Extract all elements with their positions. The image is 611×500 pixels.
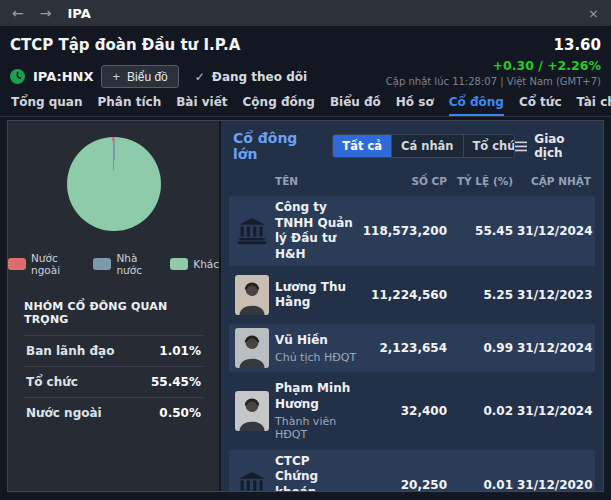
pie-legend: Nước ngoàiNhà nướcKhác	[8, 252, 219, 276]
tab-phan-tich[interactable]: Phân tích	[98, 89, 162, 116]
group-label: Tổ chức	[26, 375, 78, 389]
bank-icon	[236, 215, 268, 247]
shareholder-name: CTCP Chứng khoán VNDIRECT	[275, 454, 359, 491]
shareholder-name: Vũ Hiền	[275, 333, 359, 349]
legend-swatch	[8, 258, 26, 270]
legend-swatch	[93, 258, 111, 270]
tab-bar: Tổng quanPhân tíchBài viếtCộng đồngBiểu …	[0, 89, 611, 117]
updated-value: 31/12/2023	[517, 288, 595, 302]
legend-swatch	[170, 258, 188, 270]
window-titlebar: ← → IPA ×	[0, 0, 611, 27]
shareholder-row[interactable]: Phạm Minh HươngThành viên HĐQT32,4000.02…	[229, 377, 595, 444]
shareholder-row[interactable]: Vũ HiềnChủ tịch HĐQT2,123,6540.9931/12/2…	[229, 324, 595, 372]
shares-value: 118,573,200	[359, 224, 451, 238]
panel-title: Cổ đông lớn	[233, 130, 318, 162]
updated-value: 31/12/2024	[517, 341, 595, 355]
group-row: Ban lãnh đạo1.01%	[24, 335, 203, 366]
ratio-value: 5.25	[451, 288, 517, 302]
group-section-title: NHÓM CỔ ĐÔNG QUAN TRỌNG	[24, 300, 203, 326]
company-name: CTCP Tập đoàn Đầu tư I.P.A	[10, 36, 307, 54]
tab-tai-chinh[interactable]: Tài chính	[577, 89, 611, 116]
ratio-value: 0.99	[451, 341, 517, 355]
group-value: 0.50%	[159, 406, 201, 420]
shares-value: 2,123,654	[359, 341, 451, 355]
legend-label: Nước ngoài	[31, 252, 83, 276]
legend-label: Nhà nước	[116, 252, 160, 276]
updated-timestamp: Cập nhật lúc 11:28:07 | Việt Nam (GMT+7)	[386, 76, 601, 87]
group-value: 55.45%	[151, 375, 201, 389]
shares-value: 32,400	[359, 404, 451, 418]
legend-label: Khác	[193, 258, 219, 270]
tab-tong-quan[interactable]: Tổng quan	[11, 89, 83, 116]
important-groups-list: Ban lãnh đạo1.01%Tổ chức55.45%Nước ngoài…	[8, 335, 219, 428]
watching-toggle[interactable]: ✓ Đang theo dõi	[195, 70, 307, 84]
group-value: 1.01%	[159, 344, 201, 358]
ratio-value: 55.45	[451, 224, 517, 238]
ratio-value: 0.02	[451, 404, 517, 418]
close-icon[interactable]: ×	[588, 6, 599, 21]
transactions-button[interactable]: Giao dịch	[515, 132, 591, 160]
tab-bai-viet[interactable]: Bài viết	[176, 89, 227, 116]
shareholders-table: Công ty TNHH Quản lý Đầu tư H&H118,573,2…	[221, 196, 603, 491]
tab-co-dong[interactable]: Cổ đông	[449, 89, 504, 116]
legend-item: Khác	[170, 252, 219, 276]
price-change: +0.30 / +2.26%	[386, 58, 601, 73]
ownership-pie-chart	[67, 137, 161, 231]
plus-icon: +	[112, 69, 120, 84]
updated-value: 31/12/2024	[517, 224, 595, 238]
shares-value: 20,250	[359, 478, 451, 491]
tab-ho-so[interactable]: Hồ sơ	[396, 89, 434, 116]
watching-label: Đang theo dõi	[212, 70, 307, 84]
group-row: Nước ngoài0.50%	[24, 397, 203, 428]
avatar	[235, 328, 269, 368]
shareholder-name: Công ty TNHH Quản lý Đầu tư H&H	[275, 200, 359, 262]
window-title: IPA	[67, 6, 90, 21]
transactions-label: Giao dịch	[534, 132, 591, 160]
shareholder-row[interactable]: Công ty TNHH Quản lý Đầu tư H&H118,573,2…	[229, 196, 595, 266]
ownership-summary-panel: Nước ngoàiNhà nướcKhác NHÓM CỔ ĐÔNG QUAN…	[8, 121, 219, 491]
filter-option[interactable]: Tổ chức	[464, 135, 515, 157]
group-label: Ban lãnh đạo	[26, 344, 114, 358]
chart-button[interactable]: + Biểu đồ	[101, 65, 178, 88]
shareholder-name: Phạm Minh Hương	[275, 381, 359, 412]
group-label: Nước ngoài	[26, 406, 102, 420]
tab-cong-dong[interactable]: Cộng đồng	[243, 89, 315, 116]
updated-value: 31/12/2024	[517, 404, 595, 418]
shareholder-row[interactable]: CTCP Chứng khoán VNDIRECT20,2500.0131/12…	[229, 450, 595, 491]
tab-co-tuc[interactable]: Cổ tức	[519, 89, 562, 116]
ticker-symbol: IPA:HNX	[33, 69, 93, 84]
legend-item: Nhà nước	[93, 252, 160, 276]
shareholders-content: Nước ngoàiNhà nướcKhác NHÓM CỔ ĐÔNG QUAN…	[7, 120, 604, 492]
col-ratio: TỶ LỆ (%)	[451, 175, 517, 187]
symbol-header: CTCP Tập đoàn Đầu tư I.P.A IPA:HNX + Biể…	[0, 27, 611, 89]
shareholder-role: Thành viên HĐQT	[275, 415, 359, 441]
shareholder-name: Lương Thu Hằng	[275, 280, 359, 311]
hamburger-icon	[515, 141, 528, 152]
bank-icon	[236, 469, 268, 491]
chart-button-label: Biểu đồ	[127, 70, 168, 84]
major-shareholders-panel: Cổ đông lớn Tất cảCá nhânTổ chức Giao dị…	[221, 121, 603, 491]
group-row: Tổ chức55.45%	[24, 366, 203, 397]
avatar	[235, 275, 269, 315]
back-icon[interactable]: ←	[12, 6, 24, 20]
filter-option[interactable]: Cá nhân	[392, 135, 464, 157]
forward-icon[interactable]: →	[40, 6, 52, 20]
col-shares: SỐ CP	[359, 175, 451, 187]
check-icon: ✓	[195, 70, 205, 84]
shareholder-role: Chủ tịch HĐQT	[275, 351, 359, 364]
ratio-value: 0.01	[451, 478, 517, 491]
market-status-icon	[10, 69, 25, 84]
table-header: TÊN SỐ CP TỶ LỆ (%) CẬP NHẬT	[229, 170, 595, 196]
shares-value: 11,224,560	[359, 288, 451, 302]
avatar	[235, 391, 269, 431]
filter-active[interactable]: Tất cả	[333, 135, 392, 157]
last-price: 13.60	[386, 36, 601, 54]
shareholder-filter-group: Tất cảCá nhânTổ chức	[332, 134, 514, 158]
legend-item: Nước ngoài	[8, 252, 83, 276]
tab-bieu-do[interactable]: Biểu đồ	[330, 89, 381, 116]
col-name: TÊN	[275, 175, 359, 187]
col-updated: CẬP NHẬT	[517, 175, 595, 187]
updated-value: 31/12/2020	[517, 478, 595, 491]
shareholder-row[interactable]: Lương Thu Hằng11,224,5605.2531/12/2023	[229, 271, 595, 319]
